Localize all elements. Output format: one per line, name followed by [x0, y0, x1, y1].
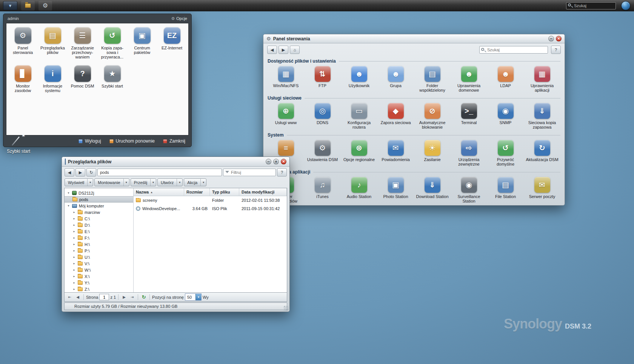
- app-shortcut[interactable]: ▊ Monitor zasobów: [8, 65, 38, 93]
- control-panel-item[interactable]: ✉ Powiadomienia: [377, 139, 414, 167]
- tree-node[interactable]: ▸ H:\: [65, 241, 133, 247]
- back-button[interactable]: ◀: [65, 168, 74, 177]
- control-panel-item[interactable]: ⇅ FTP: [304, 65, 341, 93]
- control-panel-item[interactable]: ◉ SNMP: [487, 102, 524, 130]
- maximize-button[interactable]: +: [273, 159, 279, 164]
- resize-grip[interactable]: [284, 306, 289, 311]
- app-shortcut[interactable]: ★ Szybki start: [97, 65, 127, 93]
- tree-node[interactable]: ▸ Y:\: [65, 280, 133, 286]
- close-button[interactable]: ×: [556, 36, 562, 41]
- next-page-button[interactable]: ▶: [121, 294, 128, 301]
- quick-start-shortcut[interactable]: ★ Szybki start: [5, 134, 32, 154]
- tree-node[interactable]: ▸ X:\: [65, 273, 133, 280]
- expander-icon[interactable]: ▸: [72, 223, 76, 227]
- app-shortcut[interactable]: ▤ Przeglądarka plików: [38, 27, 68, 59]
- filter-input[interactable]: [223, 169, 276, 176]
- control-panel-search-input[interactable]: [479, 46, 548, 54]
- app-shortcut[interactable]: EZ EZ-Internet: [157, 27, 187, 59]
- minimize-button[interactable]: –: [266, 159, 271, 164]
- tree-node[interactable]: pods: [65, 196, 133, 203]
- control-panel-item[interactable]: ↻ Aktualizacja DSM: [524, 139, 560, 167]
- taskbar-file-browser-button[interactable]: [21, 1, 35, 11]
- expander-icon[interactable]: ▸: [72, 243, 76, 246]
- expander-icon[interactable]: ▸: [72, 236, 76, 240]
- tree-node[interactable]: ▸ P:\: [65, 247, 133, 254]
- control-panel-item[interactable]: ▤ File Station: [487, 176, 524, 204]
- control-panel-item[interactable]: ◆ Zapora sieciowa: [377, 102, 414, 130]
- tree-node-computer[interactable]: ▾ Mój komputer: [65, 203, 133, 209]
- control-panel-item[interactable]: ♪ Audio Station: [341, 176, 377, 204]
- control-panel-item[interactable]: ▤ Folder współdzielony: [414, 65, 451, 93]
- tree-node[interactable]: ▸ marcinw: [65, 209, 133, 215]
- global-search-input[interactable]: [566, 2, 616, 9]
- expander-icon[interactable]: ▸: [72, 287, 76, 291]
- control-panel-item[interactable]: >_ Terminal: [451, 102, 487, 130]
- control-panel-titlebar[interactable]: ⚙ Panel sterowania – ×: [263, 34, 565, 43]
- control-panel-item[interactable]: ▭ Konfiguracja routera: [341, 102, 377, 130]
- help-button[interactable]: ?: [277, 168, 287, 177]
- pilot-button[interactable]: [621, 1, 630, 10]
- control-panel-item[interactable]: ◎ DDNS: [304, 102, 341, 130]
- menu-button[interactable]: Utwórz ▼: [157, 178, 183, 186]
- tree-node[interactable]: ▸ Z:\: [65, 286, 133, 292]
- help-button[interactable]: ?: [551, 46, 561, 54]
- control-panel-item[interactable]: ☻ Uprawnienia domenowe: [451, 65, 487, 93]
- tree-node[interactable]: ▸ D:\: [65, 222, 133, 228]
- restart-button[interactable]: Uruchom ponownie: [109, 138, 155, 144]
- app-shortcut[interactable]: ? Pomoc DSM: [68, 65, 97, 93]
- control-panel-item[interactable]: ↺ Przywróć domyślne: [487, 139, 524, 167]
- app-shortcut[interactable]: ⚙ Panel sterowania: [8, 27, 38, 59]
- file-browser-titlebar[interactable]: Przeglądarka plików – + ×: [62, 157, 289, 167]
- expander-icon[interactable]: ▸: [72, 249, 76, 252]
- expander-icon[interactable]: ▸: [72, 255, 76, 259]
- menu-button[interactable]: Montowanie ▼: [94, 178, 129, 186]
- control-panel-item[interactable]: ☻ Użytkownik: [341, 65, 377, 93]
- tree-node[interactable]: ▸ C:\: [65, 215, 133, 222]
- expander-icon[interactable]: ▸: [72, 268, 76, 272]
- expander-icon[interactable]: ▾: [67, 204, 70, 207]
- page-number-input[interactable]: [99, 294, 109, 300]
- app-shortcut[interactable]: ▣ Centrum pakietów: [127, 27, 157, 59]
- expander-icon[interactable]: ▾: [67, 191, 70, 195]
- menu-button[interactable]: Wyświetl ▼: [65, 178, 93, 186]
- back-button[interactable]: ◀: [267, 46, 277, 54]
- last-page-button[interactable]: ⇥: [129, 294, 135, 301]
- logout-button[interactable]: Wyloguj: [78, 138, 101, 144]
- column-header-modified[interactable]: Data modyfikacji: [239, 188, 287, 196]
- close-button[interactable]: ×: [281, 159, 286, 164]
- control-panel-item[interactable]: ⇓ Sieciowa kopia zapasowa: [524, 102, 560, 130]
- menu-button[interactable]: Akcja ▼: [184, 178, 206, 186]
- control-panel-item[interactable]: ◉ Surveillance Station: [451, 176, 487, 204]
- menu-button[interactable]: Prześlij ▼: [131, 178, 156, 186]
- app-shortcut[interactable]: ↺ Kopia zapa-sowa i przywraca...: [97, 27, 127, 59]
- control-panel-item[interactable]: ☻ Grupa: [377, 65, 414, 93]
- expander-icon[interactable]: ▸: [72, 262, 76, 265]
- per-page-select[interactable]: 50 ▼: [185, 293, 202, 301]
- tree-node[interactable]: ▸ W:\: [65, 267, 133, 273]
- main-menu-button[interactable]: ▼: [3, 1, 17, 10]
- control-panel-item[interactable]: ▦ Uprawnienia aplikacji: [524, 65, 560, 93]
- column-header-name[interactable]: Nazwa ▲: [134, 188, 184, 196]
- tree-node[interactable]: ▸ F:\: [65, 235, 133, 241]
- column-header-type[interactable]: Typ pliku: [210, 188, 239, 196]
- first-page-button[interactable]: ⇤: [66, 294, 73, 301]
- app-shortcut[interactable]: ☰ Zarządzanie przechowy-waniem: [68, 27, 97, 59]
- expander-icon[interactable]: ▸: [72, 281, 76, 284]
- previous-page-button[interactable]: ◀: [74, 294, 81, 301]
- table-row[interactable]: screeny Folder 2012-02-01 11:50:38: [134, 196, 287, 204]
- expander-icon[interactable]: ▸: [72, 230, 76, 233]
- table-row[interactable]: WindowsDevelope... 3.64 GB ISO Plik 2011…: [134, 204, 287, 213]
- control-panel-item[interactable]: ⇓ Download Station: [414, 176, 451, 204]
- control-panel-item[interactable]: ⊛ Opcje regionalne: [341, 139, 377, 167]
- tree-node-nas[interactable]: ▾ DS2112j: [65, 190, 133, 196]
- taskbar-control-panel-button[interactable]: ⚙: [38, 1, 52, 11]
- tree-node[interactable]: ▸ V:\: [65, 260, 133, 267]
- control-panel-item[interactable]: ☀ Zasilanie: [414, 139, 451, 167]
- tree-node[interactable]: ▸ U:\: [65, 254, 133, 260]
- options-link[interactable]: ⚙ Opcje: [171, 16, 187, 21]
- expander-icon[interactable]: ▸: [72, 210, 76, 214]
- control-panel-item[interactable]: ♫ iTunes: [304, 176, 341, 204]
- refresh-button[interactable]: ↻: [86, 168, 96, 177]
- column-header-size[interactable]: Rozmiar: [184, 188, 210, 196]
- path-input[interactable]: [97, 169, 222, 176]
